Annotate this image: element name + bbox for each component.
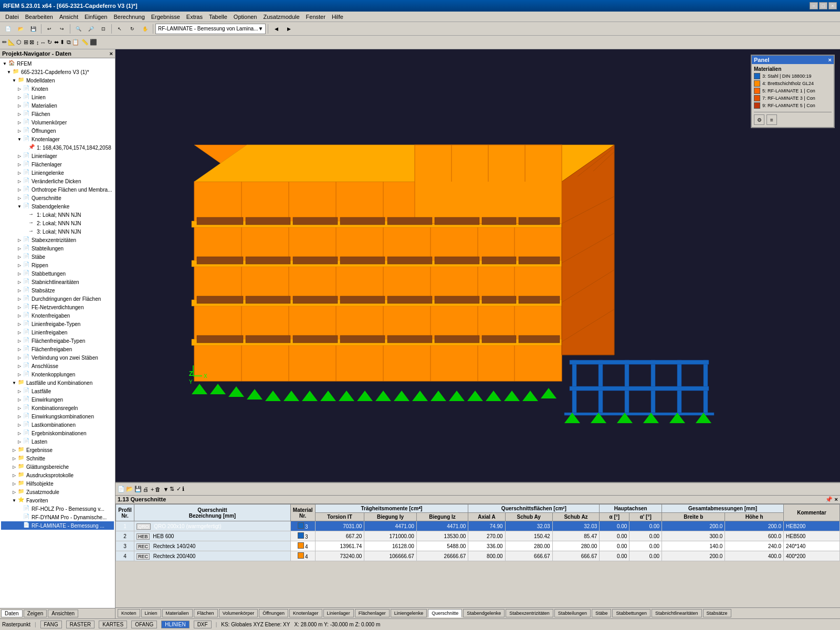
menu-ergebnisse[interactable]: Ergebnisse bbox=[148, 13, 183, 21]
tab-querschnitte[interactable]: Querschnitte bbox=[428, 609, 462, 617]
tree-flaechenfrei-typ[interactable]: ▷📄Flächenfreigabe-Typen bbox=[1, 337, 114, 345]
tree-linienfrei[interactable]: ▷📄Linienfreigaben bbox=[1, 328, 114, 337]
menu-datei[interactable]: Datei bbox=[2, 13, 22, 21]
tree-flaechenfrei[interactable]: ▷📄Flächenfreigaben bbox=[1, 345, 114, 353]
maximize-button[interactable]: □ bbox=[819, 2, 827, 9]
tab-stabexz[interactable]: Stabexzentrizitäten bbox=[506, 609, 553, 617]
status-kartes[interactable]: KARTES bbox=[99, 621, 127, 628]
tree-durchdring[interactable]: ▷📄Durchdringungen der Flächen bbox=[1, 295, 114, 303]
tb2-rotate-y[interactable]: ↔ bbox=[40, 39, 46, 46]
tree-rfem-root[interactable]: ▼ 🏠 RFEM bbox=[1, 59, 114, 68]
tree-stabendgelenke[interactable]: ▼📄Stabendgelenke bbox=[1, 202, 114, 211]
tree-stabteil[interactable]: ▷📄Stabteilungen bbox=[1, 244, 114, 253]
tab-volumenkorper[interactable]: Volumenkörper bbox=[219, 609, 258, 617]
tree-lasten[interactable]: ▷📄Lasten bbox=[1, 437, 114, 446]
panel-settings-button[interactable]: ⚙ bbox=[754, 114, 764, 125]
tree-veraenderliche[interactable]: ▷📄Veränderliche Dicken bbox=[1, 177, 114, 185]
tb-undo[interactable]: ↩ bbox=[44, 24, 55, 34]
tree-liniengelenke[interactable]: ▷📄Liniengelenke bbox=[1, 169, 114, 177]
tab-linienlager[interactable]: Linienlager bbox=[323, 609, 354, 617]
tree-staebe[interactable]: ▷📄Stäbe bbox=[1, 253, 114, 261]
tb-forward[interactable]: ▶ bbox=[283, 24, 295, 34]
nav-tab-daten[interactable]: Daten bbox=[1, 610, 23, 617]
tb2-4[interactable]: ⊞ bbox=[24, 39, 28, 46]
tab-stabsaetze[interactable]: Stabsätze bbox=[703, 609, 731, 617]
tree-ergebkombi[interactable]: ▷📄Ergebniskombinationen bbox=[1, 429, 114, 437]
status-hlinien[interactable]: HLINIEN bbox=[161, 621, 189, 628]
tree-linienfrei-typ[interactable]: ▷📄Linienfreigabe-Typen bbox=[1, 320, 114, 328]
tree-einwirkkombi[interactable]: ▷📄Einwirkungskombinationen bbox=[1, 412, 114, 421]
status-fang[interactable]: FANG bbox=[40, 621, 62, 628]
status-dxf[interactable]: DXF bbox=[194, 621, 212, 628]
tree-stabexz[interactable]: ▷📄Stabexzentrizitäten bbox=[1, 236, 114, 244]
tree-stabend-3[interactable]: →3: Lokal; NNN NJN bbox=[1, 227, 114, 236]
menu-tabelle[interactable]: Tabelle bbox=[206, 13, 230, 21]
panel-list-button[interactable]: ≡ bbox=[766, 114, 777, 125]
tree-lastkombi[interactable]: ▷📄Lastkombinationen bbox=[1, 421, 114, 429]
tree-oeffnungen[interactable]: ▷📄Öffnungen bbox=[1, 127, 114, 135]
tree-einwirk[interactable]: ▷📄Einwirkungen bbox=[1, 395, 114, 404]
tab-stabni[interactable]: Stabnichtlinearitäten bbox=[652, 609, 702, 617]
tb2-rotate-z[interactable]: ↻ bbox=[47, 39, 52, 46]
tree-knotenlager-1[interactable]: 📌1: 168,436,704,1574,1842,2058 bbox=[1, 143, 114, 152]
tree-linienlager[interactable]: ▷📄Linienlager bbox=[1, 152, 114, 160]
tree-rfdynam[interactable]: 📄RF-DYNAM Pro - Dynamische... bbox=[1, 513, 114, 521]
tb2-5[interactable]: ⊠ bbox=[29, 39, 34, 46]
tab-stabteilungen[interactable]: Stabteilungen bbox=[554, 609, 591, 617]
tree-stabbett[interactable]: ▷📄Stabbettungen bbox=[1, 269, 114, 278]
tree-modelldaten[interactable]: ▼ 📁 Modelldaten bbox=[1, 76, 114, 85]
tb-back[interactable]: ◀ bbox=[270, 24, 282, 34]
tab-knoten[interactable]: Knoten bbox=[118, 609, 140, 617]
tab-stabendgelenke[interactable]: Stabendgelenke bbox=[463, 609, 505, 617]
tree-fe-netz[interactable]: ▷📄FE-Netzverdichtungen bbox=[1, 303, 114, 311]
menu-fenster[interactable]: Fenster bbox=[303, 13, 329, 21]
tree-querschnitte[interactable]: ▷📄Querschnitte bbox=[1, 194, 114, 202]
menu-bearbeiten[interactable]: Bearbeiten bbox=[22, 13, 56, 21]
close-button[interactable]: × bbox=[828, 2, 837, 9]
bt-filter[interactable]: ▼ bbox=[163, 486, 169, 492]
nav-tab-ansichten[interactable]: Ansichten bbox=[48, 610, 78, 617]
tab-offnungen[interactable]: Öffnungen bbox=[259, 609, 288, 617]
tree-ausdruck[interactable]: ▷📁Ausdrucksprotokolle bbox=[1, 471, 114, 479]
nav-tab-zeigen[interactable]: Zeigen bbox=[24, 610, 47, 617]
bt-sort[interactable]: ⇅ bbox=[170, 486, 174, 492]
tree-rflaminate[interactable]: 📄RF-LAMINATE - Bemessung ... bbox=[1, 521, 114, 530]
bt-info[interactable]: ℹ bbox=[182, 486, 184, 492]
status-ofang[interactable]: OFANG bbox=[131, 621, 157, 628]
bt-check[interactable]: ✓ bbox=[176, 486, 181, 492]
tab-materialien[interactable]: Materialien bbox=[162, 609, 193, 617]
tb-new[interactable]: 📄 bbox=[2, 24, 14, 34]
bottom-close[interactable]: × bbox=[835, 496, 838, 503]
minimize-button[interactable]: − bbox=[810, 2, 818, 9]
tree-lastfaelle-grp[interactable]: ▼📁Lastfälle und Kombinationen bbox=[1, 379, 114, 387]
tab-liniengelenke[interactable]: Liniengelenke bbox=[391, 609, 427, 617]
tab-staebe[interactable]: Stäbe bbox=[592, 609, 612, 617]
tree-glaettung[interactable]: ▷📁Glättungsbereiche bbox=[1, 463, 114, 471]
tb2-copy[interactable]: ⧉ bbox=[67, 39, 71, 46]
menu-einfuegen[interactable]: Einfügen bbox=[81, 13, 110, 21]
tree-orthotrope[interactable]: ▷📄Orthotrope Flächen und Membra... bbox=[1, 185, 114, 194]
tree-stabsaetze[interactable]: ▷📄Stabsätze bbox=[1, 286, 114, 295]
table-row[interactable]: 3 REC Rechteck 140/240 4 13961.74 16128.… bbox=[116, 541, 840, 551]
tb2-2[interactable]: 📐 bbox=[8, 39, 15, 46]
tb2-1[interactable]: ✏ bbox=[2, 39, 7, 46]
bt-print[interactable]: 🖨 bbox=[143, 486, 149, 492]
tb-open[interactable]: 📂 bbox=[15, 24, 26, 34]
tree-favoriten[interactable]: ▼⭐Favoriten bbox=[1, 496, 114, 505]
tree-stabend-2[interactable]: →2: Lokal; NNN NJN bbox=[1, 219, 114, 227]
tree-rfholz[interactable]: 📄RF-HOLZ Pro - Bemessung v... bbox=[1, 505, 114, 513]
tree-zusatz[interactable]: ▷📁Zusatzmodule bbox=[1, 488, 114, 496]
tree-anschluesse[interactable]: ▷📄Anschlüsse bbox=[1, 362, 114, 370]
tb2-3[interactable]: ⬡ bbox=[16, 39, 22, 46]
tree-schnitte[interactable]: ▷📁Schnitte bbox=[1, 454, 114, 463]
tab-knotenlager[interactable]: Knotenlager bbox=[289, 609, 322, 617]
tree-lastf[interactable]: ▷📄Lastfälle bbox=[1, 387, 114, 395]
panel-close[interactable]: × bbox=[828, 57, 832, 63]
menu-optionen[interactable]: Optionen bbox=[230, 13, 260, 21]
menu-ansicht[interactable]: Ansicht bbox=[56, 13, 81, 21]
navigator-close[interactable]: × bbox=[110, 50, 113, 57]
tree-verbindung[interactable]: ▷📄Verbindung von zwei Stäben bbox=[1, 353, 114, 362]
tree-materialien[interactable]: ▷📄Materialien bbox=[1, 101, 114, 110]
tb-rotate[interactable]: ↻ bbox=[127, 24, 138, 34]
bt-add[interactable]: + bbox=[151, 486, 154, 492]
